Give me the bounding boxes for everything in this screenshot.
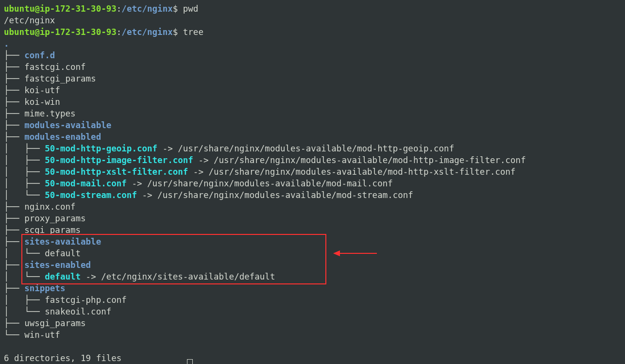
tree-branch: ├──	[4, 74, 24, 83]
tree-entry: fastcgi-php.conf	[45, 295, 127, 305]
tree-branch: │ ├──	[4, 295, 45, 305]
symlink-target: -> /etc/nginx/sites-available/default	[81, 272, 275, 281]
prompt-line-1: ubuntu@ip-172-31-30-93:/etc/nginx$ pwd	[4, 4, 198, 14]
tree-branch: ├──	[4, 202, 24, 212]
tree-branch: ├──	[4, 132, 24, 142]
tree-branch: │ └──	[4, 190, 45, 200]
prompt-line-2: ubuntu@ip-172-31-30-93:/etc/nginx$ tree	[4, 27, 203, 37]
command-pwd: pwd	[183, 4, 199, 14]
tree-entry: default	[45, 272, 81, 281]
prompt-path: /etc/nginx	[121, 27, 172, 37]
tree-branch: ├──	[4, 318, 24, 328]
pwd-output: /etc/nginx	[4, 16, 55, 25]
tree-branch: └──	[4, 330, 24, 340]
tree-branch: ├──	[4, 260, 24, 270]
tree-entry: koi-win	[24, 97, 60, 107]
tree-entry: uwsgi_params	[24, 318, 85, 328]
tree-entry: 50-mod-mail.conf	[45, 179, 127, 188]
tree-entry: nginx.conf	[24, 202, 75, 212]
tree-branch: │ ├──	[4, 167, 45, 177]
tree-entry: sites-available	[24, 237, 101, 247]
tree-branch: ├──	[4, 283, 24, 293]
tree-entry: modules-available	[24, 120, 111, 130]
tree-branch: ├──	[4, 214, 24, 223]
text-cursor	[187, 359, 193, 364]
tree-branch: ├──	[4, 109, 24, 118]
tree-entry: sites-enabled	[24, 260, 91, 270]
tree-branch: │ └──	[4, 272, 45, 281]
prompt-sep1: :	[117, 4, 122, 14]
tree-branch: ├──	[4, 62, 24, 72]
prompt-sep2: $	[173, 4, 183, 14]
tree-branch: │ ├──	[4, 179, 45, 188]
tree-branch: ├──	[4, 97, 24, 107]
tree-root: .	[4, 39, 9, 49]
prompt-user: ubuntu@ip-172-31-30-93	[4, 27, 117, 37]
symlink-target: -> /usr/share/nginx/modules-available/mo…	[157, 144, 454, 153]
tree-branch: ├──	[4, 237, 24, 247]
prompt-path: /etc/nginx	[121, 4, 172, 14]
tree-entry: conf.d	[24, 50, 55, 60]
tree-entry: 50-mod-http-image-filter.conf	[45, 155, 193, 165]
tree-entry: scgi_params	[24, 225, 81, 235]
tree-entry: 50-mod-stream.conf	[45, 190, 137, 200]
tree-branch: ├──	[4, 50, 24, 60]
tree-branch: ├──	[4, 85, 24, 95]
symlink-target: -> /usr/share/nginx/modules-available/mo…	[127, 179, 393, 188]
symlink-target: -> /usr/share/nginx/modules-available/mo…	[193, 155, 526, 165]
tree-branch: │ └──	[4, 248, 45, 258]
prompt-sep2: $	[173, 27, 183, 37]
tree-entry: win-utf	[24, 330, 60, 340]
symlink-target: -> /usr/share/nginx/modules-available/mo…	[188, 167, 515, 177]
tree-entry: mime.types	[24, 109, 75, 118]
tree-branch: │ ├──	[4, 155, 45, 165]
prompt-user: ubuntu@ip-172-31-30-93	[4, 4, 117, 14]
tree-branch: │ ├──	[4, 144, 45, 153]
tree-summary: 6 directories, 19 files	[4, 353, 121, 363]
tree-entry: koi-utf	[24, 85, 60, 95]
terminal-output[interactable]: ubuntu@ip-172-31-30-93:/etc/nginx$ pwd /…	[0, 0, 625, 364]
tree-branch: │ └──	[4, 307, 45, 316]
tree-branch: ├──	[4, 225, 24, 235]
tree-branch: ├──	[4, 120, 24, 130]
tree-entry: proxy_params	[24, 214, 85, 223]
command-tree: tree	[183, 27, 203, 37]
tree-entry: 50-mod-http-geoip.conf	[45, 144, 157, 153]
tree-entry: 50-mod-http-xslt-filter.conf	[45, 167, 188, 177]
symlink-target: -> /usr/share/nginx/modules-available/mo…	[137, 190, 413, 200]
tree-entry: snakeoil.conf	[45, 307, 111, 316]
tree-entry: snippets	[24, 283, 65, 293]
tree-entry: default	[45, 248, 81, 258]
prompt-sep1: :	[117, 27, 122, 37]
tree-entry: modules-enabled	[24, 132, 101, 142]
tree-entry: fastcgi_params	[24, 74, 96, 83]
tree-entry: fastcgi.conf	[24, 62, 85, 72]
